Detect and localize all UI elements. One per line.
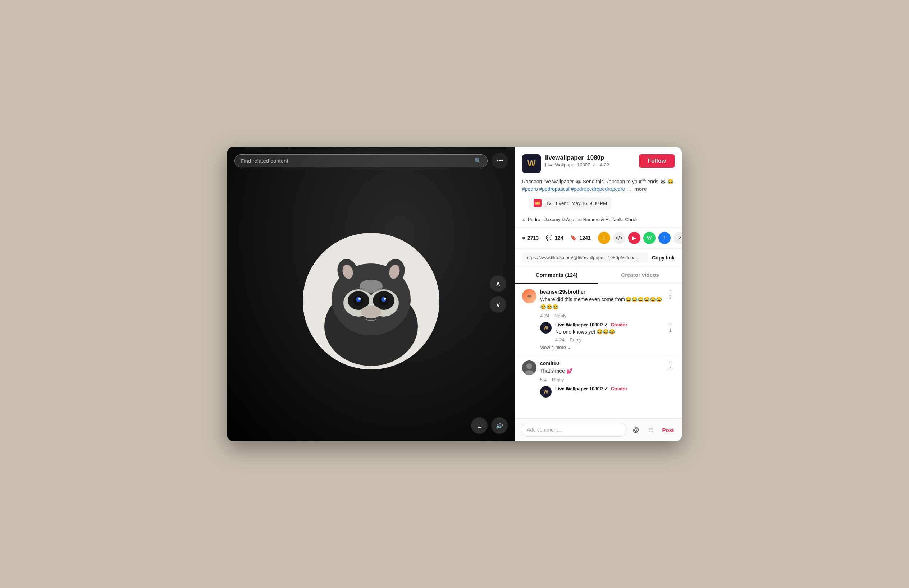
video-content: ∧ ∨ [227,147,515,441]
chevron-up-icon: ∧ [495,279,501,288]
reply-1-name: Live Wallpaper 1080P ✓ Creator [555,322,662,328]
prev-arrow[interactable]: ∧ [490,275,506,292]
reply-1-meta: 4-24 Reply [555,337,662,342]
creator-meta: Live Wallpaper 1080P ✓ · 4-22 [545,162,635,168]
share-pin-button[interactable]: ▶ [628,232,641,244]
tabs-row: Comments (124) Creator videos [515,267,682,284]
reply-1-like-count: 1 [669,328,672,333]
heart-icon: ♡ [668,289,673,294]
comment-2-username: comit10 [540,360,662,366]
comment-2-block: comit10 That's mee 💕 5-4 Reply ♡ 4 W [515,355,682,403]
reply-1-avatar: W [540,322,552,334]
captions-button[interactable]: ⊡ [471,417,488,434]
creator-username: livewallpaper_1080p [545,154,635,162]
copy-link-button[interactable]: Copy link [652,255,674,260]
share-forward-button[interactable]: ↗ [673,232,682,244]
share-t-button[interactable]: t [598,232,610,244]
link-url: https://www.tiktok.com/@livewallpaper_10… [522,252,648,263]
live-event-badge[interactable]: 🎫 LIVE Event · May 16, 9:30 PM [529,197,611,210]
comment-1-date: 4-24 [540,313,550,318]
comment-2-like-count: 4 [669,366,672,371]
view-more-btn[interactable]: View 4 more ⌄ [540,345,674,350]
comment-input-row: @ ☺ Post [515,418,682,441]
comment-1-username: beansvr29sbrother [540,289,662,295]
svg-point-20 [359,279,383,292]
comment-2-meta: 5-4 Reply [540,377,662,383]
sound-button[interactable]: 🔊 [491,417,508,434]
live-event-icon: 🎫 [534,199,542,207]
share-code-button[interactable]: </> [613,232,625,244]
comment-2-reply: W Live Wallpaper 1080P ✓ Creator [540,386,674,397]
more-icon: ••• [497,157,503,165]
comment-1-text: Where did this meme even come from😂😂😂😂😂😂… [540,296,662,311]
comment-action[interactable]: 💬 124 [546,235,563,241]
creator-info: livewallpaper_1080p Live Wallpaper 1080P… [545,154,635,168]
comment-2-reply-btn[interactable]: Reply [552,377,564,383]
comment-1-like[interactable]: ♡ 3 [666,289,674,300]
at-button[interactable]: @ [629,424,642,436]
share-facebook-button[interactable]: f [658,232,671,244]
comment-1-reply-btn[interactable]: Reply [555,313,566,318]
next-arrow[interactable]: ∨ [490,296,506,313]
reply-1-text: No one knows yet 😂😂😂 [555,328,662,336]
reply-2-creator-badge: Creator [611,386,627,391]
svg-point-12 [384,297,386,300]
music-note-icon: ♫ [522,217,526,222]
search-icon: 🔍 [474,157,482,164]
search-input[interactable] [241,158,471,164]
nav-arrows: ∧ ∨ [490,275,506,313]
share-icons: t </> ▶ W f ↗ [598,232,682,244]
topbar: 🔍 ••• [227,147,515,174]
svg-point-22 [526,363,532,369]
creator-header: W livewallpaper_1080p Live Wallpaper 108… [515,147,682,178]
right-panel: W livewallpaper_1080p Live Wallpaper 108… [515,147,682,441]
search-bar[interactable]: 🔍 [235,154,488,168]
comment-2-header: comit10 That's mee 💕 5-4 Reply ♡ 4 [522,360,674,383]
more-button[interactable]: more [634,186,647,192]
comment-input[interactable] [521,423,627,437]
video-panel: 🔍 ••• [227,147,515,441]
captions-icon: ⊡ [477,422,482,429]
at-icon: @ [632,426,639,434]
live-event-text: LIVE Event · May 16, 9:30 PM [544,200,607,206]
video-thumbnail [303,233,439,370]
bookmark-action[interactable]: 🔖 1241 [570,235,590,241]
tab-comments[interactable]: Comments (124) [515,267,598,284]
comment-2-text: That's mee 💕 [540,367,662,375]
hashtag-pedropascal[interactable]: #pedropascal [539,186,569,192]
comment-1-reply: W Live Wallpaper 1080P ✓ Creator No one … [540,322,674,342]
reply-1-reply-btn[interactable]: Reply [569,337,581,342]
description: Raccoon live wallpaper 🦝 Send this Racco… [515,178,682,197]
more-button[interactable]: ••• [492,153,508,168]
comment-2-like[interactable]: ♡ 4 [666,360,674,371]
comment-2-body: comit10 That's mee 💕 5-4 Reply [540,360,662,383]
comment-1-body: beansvr29sbrother Where did this meme ev… [540,289,662,318]
tab-creator-videos[interactable]: Creator videos [598,267,682,284]
comments-section: 🍩 beansvr29sbrother Where did this meme … [515,284,682,418]
comment-1-meta: 4-24 Reply [540,313,662,318]
svg-point-11 [359,297,361,300]
reply-1-like[interactable]: ♡ 1 [666,322,674,333]
view-more-text: View 4 more [540,345,566,350]
avatar: W [522,154,541,173]
heart-icon: ♡ [668,360,673,365]
reply-2-avatar: W [540,386,552,397]
follow-button[interactable]: Follow [639,154,674,168]
comment-1-header: 🍩 beansvr29sbrother Where did this meme … [522,289,674,318]
emoji-icon: ☺ [648,426,654,434]
like-action[interactable]: ♥ 2713 [522,235,539,241]
comment-1-avatar: 🍩 [522,289,537,303]
chevron-down-icon: ∨ [495,300,501,309]
heart-icon: ♥ [522,235,525,241]
hashtag-pedro[interactable]: #pedro [522,186,538,192]
svg-point-15 [361,305,381,318]
reply-2-username: Live Wallpaper 1080P ✓ [555,386,608,391]
comment-1-like-count: 3 [669,295,672,300]
share-whatsapp-button[interactable]: W [643,232,655,244]
sound-icon: 🔊 [496,422,503,429]
actions-row: ♥ 2713 💬 124 🔖 1241 t </> ▶ W f ↗ [515,227,682,249]
emoji-button[interactable]: ☺ [645,424,657,436]
post-button[interactable]: Post [660,427,676,433]
reply-1-username: Live Wallpaper 1080P ✓ [555,322,608,328]
hashtag-pedro-repeat[interactable]: #pedropedropedropedro [571,186,625,192]
